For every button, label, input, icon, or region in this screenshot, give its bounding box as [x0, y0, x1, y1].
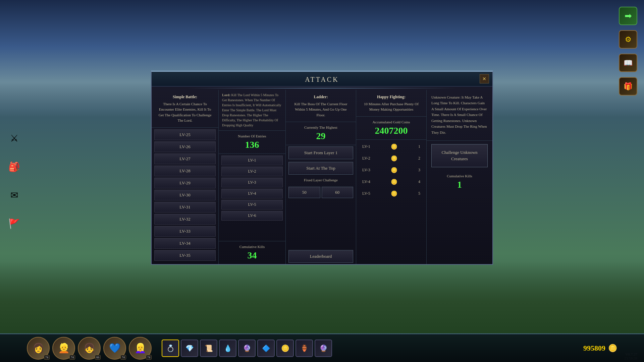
col2-kills-label: Cumulative Kills [223, 245, 281, 249]
level-list: LV-25LV-26LV-27LV-28LV-29LV-30LV-31LV-32… [152, 128, 218, 264]
gold-level: LV-4 [362, 179, 370, 184]
leaderboard-button[interactable]: Leaderboard [288, 250, 353, 263]
col2-kills: Cumulative Kills 34 [219, 241, 285, 264]
gold-amount-item: 4 [418, 179, 420, 184]
level-item[interactable]: LV-26 [154, 141, 216, 152]
gold-item: LV-5🪙5 [359, 188, 424, 199]
gold-coins-section: Accumulated Gold Coins 2407200 [356, 117, 426, 140]
dialog-header: ATTACK ✕ [152, 72, 492, 86]
creature-kills: Cumulative Kills 1 [427, 171, 492, 193]
happy-fighting-column: Happy Fighting: 10 Minutes After Purchas… [356, 90, 427, 264]
gold-amount-item: 5 [418, 191, 420, 196]
unknown-creature-column: Unknown Creature: It May Take A Long Tim… [427, 90, 492, 264]
gold-level: LV-2 [362, 156, 370, 161]
simple-battle-desc: Simple Battle: There Is A Certain Chance… [152, 90, 218, 128]
entries-label: Number Of Entries [223, 134, 281, 138]
level-item[interactable]: LV-35 [154, 250, 216, 261]
entry-item[interactable]: LV-4 [221, 189, 283, 198]
level-item[interactable]: LV-29 [154, 178, 216, 188]
gold-amount-item: 2 [418, 156, 420, 161]
coin-icon: 🪙 [391, 155, 397, 162]
deco-line [187, 88, 457, 88]
coin-icon: 🪙 [391, 143, 397, 150]
dialog-body: Simple Battle: There Is A Certain Chance… [152, 90, 492, 264]
gold-list: LV-1🪙1LV-2🪙2LV-3🪙3LV-4🪙4LV-5🪙5 [356, 140, 426, 202]
gold-level: LV-3 [362, 168, 370, 173]
gold-item: LV-3🪙3 [359, 165, 424, 175]
level-item[interactable]: LV-33 [154, 226, 216, 237]
ladder-column: Ladder: Kill The Boss Of The Current Flo… [286, 90, 356, 264]
ladder-text: Kill The Boss Of The Current Floor Withi… [294, 102, 347, 117]
happy-fighting-text: 10 Minutes After Purchase Plenty Of Mone… [364, 102, 419, 112]
start-at-top-button[interactable]: Start At The Top [288, 162, 353, 175]
gold-amount-item: 1 [418, 144, 420, 149]
entry-list: LV-1LV-2LV-3LV-4LV-5LV-6 [219, 154, 285, 224]
highest-label: Currently The Highest [290, 125, 351, 129]
creature-kills-label: Cumulative Kills [431, 174, 488, 178]
gold-coins-label: Accumulated Gold Coins [361, 120, 422, 124]
entry-item[interactable]: LV-6 [221, 211, 283, 221]
dialog-overlay: ATTACK ✕ Simple Battle: There Is A Certa… [0, 0, 644, 362]
lord-column: Lord: Kill The Lord Within 5 Minutes To … [219, 90, 286, 264]
highest-value: 29 [290, 131, 351, 141]
lord-title: Lord: [222, 93, 230, 97]
gold-item: LV-2🪙2 [359, 153, 424, 164]
dialog-title: ATTACK [305, 76, 339, 83]
header-deco [152, 86, 492, 90]
ladder-desc: Ladder: Kill The Boss Of The Current Flo… [286, 90, 356, 122]
simple-battle-text: There Is A Certain Chance To Encounter E… [159, 102, 212, 123]
col2-kills-value: 34 [223, 250, 281, 261]
simple-battle-column: Simple Battle: There Is A Certain Chance… [152, 90, 219, 264]
gold-level: LV-1 [362, 144, 370, 149]
coin-icon: 🪙 [391, 190, 397, 197]
coin-icon: 🪙 [391, 167, 397, 173]
fixed-layer-50[interactable]: 50 [288, 187, 320, 198]
gold-item: LV-4🪙4 [359, 177, 424, 187]
entries-value: 136 [223, 139, 281, 150]
gold-level: LV-5 [362, 191, 370, 196]
level-item[interactable]: LV-28 [154, 166, 216, 176]
entry-item[interactable]: LV-2 [221, 167, 283, 176]
start-from-layer-button[interactable]: Start From Layer 1 [288, 146, 353, 159]
gold-amount-item: 3 [418, 168, 420, 173]
simple-battle-title: Simple Battle: [156, 94, 214, 100]
close-button[interactable]: ✕ [480, 74, 489, 83]
fixed-layer-section: 50 60 [288, 187, 353, 198]
gold-coins-value: 2407200 [361, 125, 422, 136]
happy-fighting-desc: Happy Fighting: 10 Minutes After Purchas… [356, 90, 426, 117]
level-item[interactable]: LV-32 [154, 214, 216, 225]
entry-item[interactable]: LV-5 [221, 200, 283, 209]
fixed-layer-label: Fixed Layer Challenge [286, 176, 356, 184]
lord-text: Kill The Lord Within 5 Minutes To Get Ru… [222, 93, 281, 127]
creature-kills-value: 1 [431, 179, 488, 190]
entries-section: Number Of Entries 136 [219, 131, 285, 154]
attack-dialog: ATTACK ✕ Simple Battle: There Is A Certa… [151, 71, 493, 265]
level-item[interactable]: LV-27 [154, 154, 216, 164]
entry-item[interactable]: LV-1 [221, 156, 283, 165]
ladder-title: Ladder: [290, 94, 351, 100]
entry-item[interactable]: LV-3 [221, 178, 283, 187]
highest-section: Currently The Highest 29 [286, 122, 356, 145]
fixed-layer-60[interactable]: 60 [322, 187, 354, 198]
gold-item: LV-1🪙1 [359, 141, 424, 152]
level-item[interactable]: LV-25 [154, 129, 216, 140]
challenge-button[interactable]: Challenge Unknown Creatures [431, 144, 488, 167]
coin-icon: 🪙 [391, 179, 397, 185]
creature-desc: Unknown Creature: It May Take A Long Tim… [427, 90, 492, 141]
level-item[interactable]: LV-30 [154, 190, 216, 200]
level-item[interactable]: LV-31 [154, 202, 216, 213]
level-item[interactable]: LV-34 [154, 238, 216, 249]
lord-desc: Lord: Kill The Lord Within 5 Minutes To … [219, 90, 285, 131]
happy-fighting-title: Happy Fighting: [361, 94, 422, 100]
